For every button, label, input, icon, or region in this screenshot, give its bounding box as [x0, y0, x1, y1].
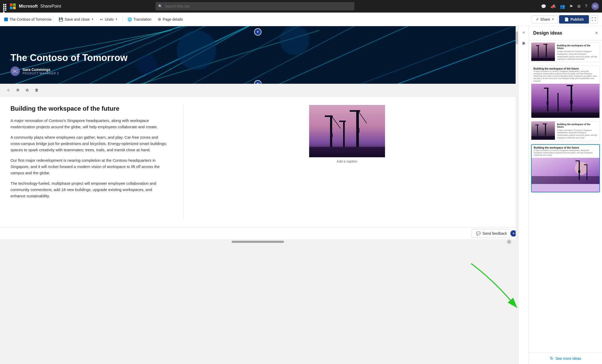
image-caption[interactable]: Add a caption: [337, 159, 358, 163]
design-panel-body[interactable]: Building the workspace of the future A m…: [529, 40, 602, 352]
expand-button[interactable]: ⛶: [590, 15, 598, 24]
page-breadcrumb: The Contoso of Tomorrow: [4, 17, 52, 21]
side-tools-panel: ≡ ▣: [518, 26, 529, 364]
svg-rect-25: [343, 121, 345, 147]
main-layout: The Contoso of Tomorrow SC Sara Cummings…: [0, 26, 602, 364]
toolbar-divider-2: [122, 16, 123, 23]
share-button[interactable]: ↗ Share ▼: [532, 15, 558, 23]
design-card-3-body: A major renovation of Contoso's Singapor…: [557, 129, 598, 139]
svg-rect-44: [547, 102, 549, 105]
side-tool-1[interactable]: ≡: [520, 28, 528, 37]
nav-right-icons: 💬 📣 👥 ⚑ ⚙ ? SC: [541, 3, 599, 10]
help-icon[interactable]: ?: [585, 4, 587, 9]
content-image[interactable]: [309, 105, 385, 157]
author-role: PRODUCT MANAGER 2: [23, 72, 59, 75]
svg-rect-35: [543, 44, 548, 45]
settings-icon[interactable]: ⚙: [577, 4, 581, 9]
feedback-bubble-icon: 💬: [476, 231, 481, 236]
h-scroll-close[interactable]: ×: [507, 239, 511, 244]
svg-rect-33: [536, 45, 539, 46]
duplicate-tool-button[interactable]: ⧉: [23, 86, 31, 94]
svg-rect-41: [567, 85, 573, 86]
design-card-1-thumb: [531, 43, 555, 61]
send-feedback-button[interactable]: 💬 Send feedback: [472, 229, 511, 238]
undo-dropdown-arrow[interactable]: ▼: [115, 18, 118, 21]
editor-area[interactable]: The Contoso of Tomorrow SC Sara Cummings…: [0, 26, 516, 364]
svg-rect-62: [584, 164, 587, 165]
page-name-label: The Contoso of Tomorrow: [9, 17, 52, 21]
svg-point-16: [137, 55, 157, 75]
page-details-button[interactable]: ⚙ Page details: [155, 16, 186, 23]
hero-author: SC Sara Cummings PRODUCT MANAGER 2: [10, 66, 127, 76]
content-paragraph-4[interactable]: The technology-fueled, multiphase projec…: [10, 180, 168, 199]
microsoft-logo[interactable]: [10, 3, 16, 9]
avatar[interactable]: SC: [592, 3, 599, 10]
vert-scroll-thumb[interactable]: [516, 31, 518, 44]
top-nav-bar: Microsoft SharePoint 🔍 💬 📣 👥 ⚑ ⚙ ? SC: [0, 0, 602, 13]
content-paragraph-2[interactable]: A community plaza where employees can ga…: [10, 134, 168, 153]
design-ideas-panel: Design ideas ×: [529, 26, 602, 364]
design-card-3[interactable]: Building the workspace of the future A m…: [531, 121, 600, 141]
page-details-label: Page details: [163, 17, 183, 21]
translation-icon: 🌐: [127, 17, 132, 21]
svg-rect-26: [339, 121, 346, 122]
design-card-3-title: Building the workspace of the future: [557, 123, 598, 128]
content-heading: Building the workspace of the future: [10, 105, 168, 112]
content-paragraph-3[interactable]: Our first major redevelopment is nearing…: [10, 157, 168, 176]
design-card-4[interactable]: Building the workspace of the future A m…: [531, 144, 600, 192]
design-panel-close-button[interactable]: ×: [595, 30, 598, 36]
share-icon: ↗: [536, 17, 539, 21]
add-section-top-button[interactable]: +: [254, 28, 261, 36]
save-dropdown-arrow[interactable]: ▼: [91, 18, 94, 21]
svg-rect-50: [535, 125, 539, 125]
save-close-button[interactable]: 💾 Save and close ▼: [56, 16, 97, 23]
translation-button[interactable]: 🌐 Translation: [125, 16, 154, 23]
design-card-2[interactable]: Building the workspace of the future A m…: [531, 65, 600, 118]
delete-tool-button[interactable]: 🗑: [32, 86, 41, 94]
undo-button[interactable]: ↩ Undo ▼: [97, 16, 120, 23]
hero-content: The Contoso of Tomorrow SC Sara Cummings…: [10, 52, 127, 76]
svg-rect-61: [587, 164, 587, 180]
add-section-content-button[interactable]: +: [510, 230, 516, 237]
author-initials: SC: [13, 69, 18, 73]
h-scroll-thumb[interactable]: [232, 241, 284, 243]
design-card-4-title: Building the workspace of the future: [534, 146, 597, 149]
chat-icon[interactable]: 💬: [541, 4, 546, 9]
search-input[interactable]: [155, 2, 354, 10]
app-grid-icon[interactable]: [3, 4, 8, 9]
content-text: Building the workspace of the future A m…: [10, 105, 178, 219]
design-card-4-image: [532, 158, 599, 192]
svg-rect-30: [356, 128, 359, 133]
settings-tool-button[interactable]: ⚙: [14, 86, 22, 94]
vertical-scrollbar[interactable]: [516, 26, 518, 364]
design-card-2-header: Building the workspace of the future A m…: [531, 66, 600, 83]
search-bar[interactable]: 🔍: [155, 2, 354, 10]
design-card-1-title: Building the workspace of the future: [557, 44, 598, 49]
svg-rect-60: [578, 170, 580, 173]
side-tool-2[interactable]: ▣: [520, 39, 528, 47]
see-more-button[interactable]: ↻ See more ideas: [550, 356, 581, 361]
horizontal-scrollbar[interactable]: ×: [0, 239, 516, 244]
save-icon: 💾: [59, 17, 63, 21]
see-more-label: See more ideas: [555, 356, 581, 361]
svg-point-55: [575, 162, 588, 175]
share-network-icon[interactable]: 👥: [560, 4, 565, 9]
move-tool-button[interactable]: ⊹: [4, 86, 13, 94]
toolbar-divider-1: [54, 16, 54, 23]
share-label: Share: [540, 17, 550, 21]
svg-rect-42: [558, 93, 559, 111]
feedback-icon[interactable]: 📣: [550, 4, 556, 9]
design-panel-title: Design ideas: [533, 30, 562, 36]
publish-button[interactable]: 📄 Publish: [559, 15, 589, 24]
svg-rect-53: [531, 136, 555, 140]
content-section-toolbar: ⊹ ⚙ ⧉ 🗑: [0, 84, 516, 97]
translation-label: Translation: [133, 17, 152, 21]
content-paragraph-1[interactable]: A major renovation of Contoso's Singapor…: [10, 117, 168, 130]
design-card-1[interactable]: Building the workspace of the future A m…: [531, 42, 600, 62]
app-name: Microsoft: [19, 4, 38, 9]
svg-point-15: [280, 26, 309, 55]
crane-image-svg: [309, 105, 385, 157]
share-dropdown-arrow[interactable]: ▼: [552, 18, 554, 21]
flag-icon[interactable]: ⚑: [569, 4, 573, 9]
publish-label: Publish: [570, 17, 584, 21]
